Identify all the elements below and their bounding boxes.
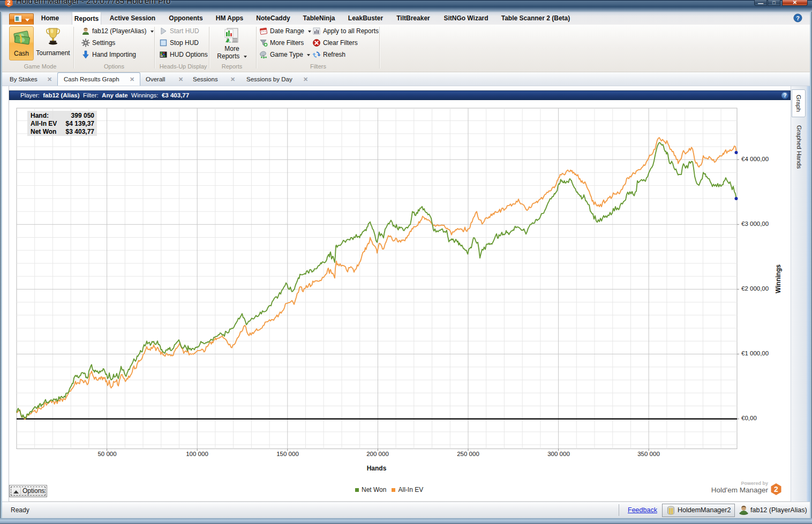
svg-text:2: 2 [7,0,10,6]
svg-text:2: 2 [774,485,778,493]
svg-text:A: A [228,39,232,44]
svg-text:?: ? [796,15,800,21]
